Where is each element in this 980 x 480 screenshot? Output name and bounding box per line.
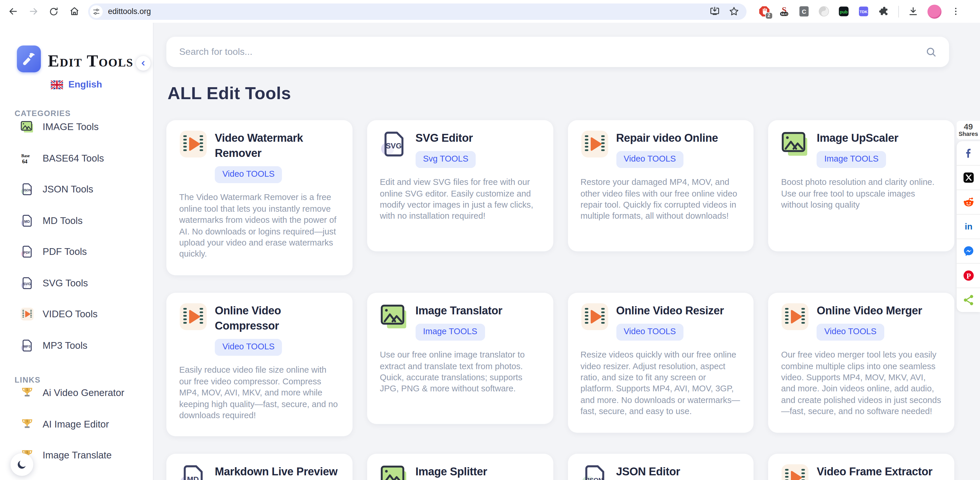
reload-icon[interactable] (48, 6, 59, 17)
svg-text:SEO: SEO (781, 12, 788, 16)
sidebar-category-item[interactable]: Base64 BASE64 Tools (0, 143, 153, 174)
forward-icon[interactable] (27, 6, 39, 17)
tool-title: Video Watermark Remover (215, 131, 340, 161)
address-bar[interactable]: edittools.org (88, 3, 746, 19)
tool-card[interactable]: Online Video Resizer Video TOOLS Resize … (568, 293, 754, 432)
language-selector[interactable]: English (0, 79, 153, 90)
tool-title: Markdown Live Preview (215, 464, 337, 480)
search-icon[interactable] (925, 46, 937, 58)
tool-card[interactable]: Repair video Online Video TOOLS Restore … (568, 120, 754, 251)
tool-card[interactable]: Video Watermark Remover Video TOOLS The … (166, 120, 353, 275)
logo-icon[interactable] (17, 46, 41, 72)
extensions-puzzle-icon[interactable] (878, 5, 890, 17)
site-settings-icon[interactable] (90, 5, 103, 18)
video-strip-icon (581, 303, 608, 331)
site-title[interactable]: Edit Tools (48, 51, 134, 71)
sidebar-item-label: IMAGE Tools (43, 122, 99, 133)
tool-card[interactable]: Image Splitter (367, 454, 553, 480)
video-strip-icon (179, 303, 207, 331)
bookmark-star-icon[interactable] (729, 6, 740, 17)
sidebar-item-label: Image Translate (43, 450, 112, 461)
sidebar-category-item[interactable]: MP3 MP3 Tools (0, 330, 153, 361)
pub-icon: pub (838, 5, 850, 17)
tool-category-badge[interactable]: Image TOOLS (415, 324, 485, 341)
back-icon[interactable] (7, 6, 19, 17)
profile-avatar[interactable] (928, 5, 942, 18)
tool-card[interactable]: Online Video Compressor Video TOOLS Easi… (166, 293, 353, 437)
svg-text:JSON: JSON (23, 189, 31, 192)
tool-card[interactable]: Online Video Merger Video TOOLS Our free… (768, 293, 955, 432)
extension-icon[interactable]: TDK (858, 5, 870, 17)
install-app-icon[interactable] (709, 6, 720, 17)
tool-card[interactable]: Image UpScaler Image TOOLS Boost photo r… (768, 120, 955, 251)
image-green-icon (380, 303, 408, 331)
tool-category-badge[interactable]: Video TOOLS (215, 339, 282, 356)
share-button[interactable] (957, 288, 980, 312)
md-file-icon: MD (179, 464, 207, 480)
sidebar-link-item[interactable]: 1 AI Image Editor (0, 409, 153, 440)
tool-category-badge[interactable]: Image TOOLS (817, 151, 886, 168)
share-button[interactable] (957, 190, 980, 215)
url-text[interactable]: edittools.org (108, 7, 709, 16)
tool-category-badge[interactable]: Video TOOLS (616, 151, 684, 168)
extension-icon[interactable] (818, 5, 830, 17)
sidebar-category-item[interactable]: PDF PDF Tools (0, 236, 153, 268)
extension-icon[interactable]: 2 (758, 5, 770, 17)
video-strip-icon (581, 130, 608, 158)
svg-text:PDF: PDF (24, 251, 30, 255)
tool-category-badge[interactable]: Video TOOLS (215, 166, 282, 184)
tool-category-badge[interactable]: Video TOOLS (616, 324, 684, 341)
sidebar-category-item[interactable]: VIDEO Tools (0, 299, 153, 330)
share-button[interactable] (957, 141, 980, 166)
tool-title: Online Video Resizer (616, 303, 724, 318)
share-count: 49 Shares (957, 121, 980, 139)
tool-card[interactable]: Image Translator Image TOOLS Use our fre… (367, 293, 553, 424)
trophy-icon: 1 (21, 418, 34, 431)
sidebar-category-item[interactable]: IMAGE Tools (0, 111, 153, 143)
tool-description: Boost photo resolution and clarity onlin… (781, 177, 942, 211)
sidebar-category-item[interactable]: MD MD Tools (0, 205, 153, 236)
video-strip-icon (781, 303, 809, 331)
home-icon[interactable] (68, 6, 80, 17)
seo-icon: SSEO (778, 5, 790, 17)
menu-kebab-icon[interactable] (950, 5, 962, 17)
tool-category-badge[interactable]: Video TOOLS (817, 324, 884, 341)
tool-card[interactable]: MD Markdown Live Preview (166, 454, 353, 480)
share-button[interactable] (957, 239, 980, 264)
sidebar-category-item[interactable]: JSON JSON Tools (0, 174, 153, 205)
downloads-icon[interactable] (907, 5, 919, 17)
tools-grid: Video Watermark Remover Video TOOLS The … (166, 120, 954, 480)
facebook-icon (962, 147, 974, 159)
share-button[interactable]: in (957, 215, 980, 239)
extension-icon[interactable]: pub (838, 5, 850, 17)
sidebar-item-label: AI Image Editor (43, 419, 109, 430)
trophy-icon: 1 (21, 387, 34, 400)
moon-icon (16, 459, 27, 470)
swirl-icon (818, 5, 830, 17)
sidebar-collapse-button[interactable] (136, 56, 151, 71)
sidebar-category-item[interactable]: SVG SVG Tools (0, 268, 153, 299)
tdk-icon: TDK (858, 5, 870, 17)
x-twitter-icon (962, 171, 974, 184)
dark-mode-toggle[interactable] (11, 453, 33, 476)
svg-file-icon: SVG (380, 130, 408, 158)
share-button[interactable]: P (957, 264, 980, 288)
sidebar-link-item[interactable]: 1 Ai Video Generator (0, 377, 153, 409)
tool-title: Repair video Online (616, 131, 718, 146)
tool-card[interactable]: Video Frame Extractor (768, 454, 955, 480)
svg-text:JSON: JSON (586, 477, 602, 480)
search-input[interactable] (178, 46, 925, 58)
tool-card[interactable]: JSON JSON Editor (568, 454, 754, 480)
browser-nav-buttons (7, 6, 80, 17)
search-bar[interactable] (166, 37, 949, 67)
extension-badge: 2 (765, 12, 773, 19)
extension-icon[interactable]: C (798, 5, 810, 17)
svg-text:SVG: SVG (385, 141, 402, 150)
share-button[interactable] (957, 166, 980, 190)
extension-icon[interactable]: SSEO (778, 5, 790, 17)
language-label[interactable]: English (68, 79, 102, 90)
tool-category-badge[interactable]: Svg TOOLS (415, 151, 476, 168)
svg-text:Base: Base (21, 154, 30, 158)
tool-card[interactable]: SVG SVG Editor Svg TOOLS Edit and view S… (367, 120, 553, 251)
category-list: IMAGE Tools Base64 BASE64 Tools JSON JSO… (0, 111, 153, 361)
